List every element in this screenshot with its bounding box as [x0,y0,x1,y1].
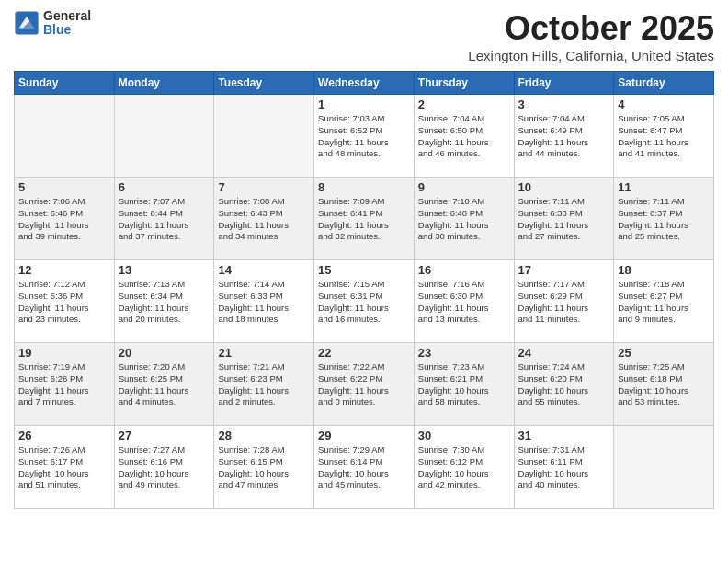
calendar-cell [614,426,714,509]
logo-icon [14,10,40,36]
calendar-cell: 10Sunrise: 7:11 AMSunset: 6:38 PMDayligh… [514,178,614,260]
day-number: 30 [418,429,510,442]
day-number: 24 [518,346,610,360]
day-number: 3 [518,98,610,111]
cell-content: Sunrise: 7:11 AMSunset: 6:38 PMDaylight:… [518,196,610,243]
calendar-cell: 18Sunrise: 7:18 AMSunset: 6:27 PMDayligh… [614,260,714,343]
calendar-cell: 7Sunrise: 7:08 AMSunset: 6:43 PMDaylight… [214,178,314,260]
calendar-cell: 23Sunrise: 7:23 AMSunset: 6:21 PMDayligh… [414,343,514,426]
day-number: 19 [18,346,110,360]
calendar-cell: 9Sunrise: 7:10 AMSunset: 6:40 PMDaylight… [414,178,514,260]
calendar-cell: 8Sunrise: 7:09 AMSunset: 6:41 PMDaylight… [314,178,415,260]
calendar-cell: 16Sunrise: 7:16 AMSunset: 6:30 PMDayligh… [414,260,514,343]
cell-content: Sunrise: 7:14 AMSunset: 6:33 PMDaylight:… [218,279,310,326]
calendar-cell: 29Sunrise: 7:29 AMSunset: 6:14 PMDayligh… [314,426,415,509]
day-number: 4 [618,98,710,111]
calendar-cell: 26Sunrise: 7:26 AMSunset: 6:17 PMDayligh… [15,426,115,509]
calendar-cell: 13Sunrise: 7:13 AMSunset: 6:34 PMDayligh… [114,260,214,343]
cell-content: Sunrise: 7:27 AMSunset: 6:16 PMDaylight:… [119,444,210,491]
title-block: October 2025 Lexington Hills, California… [468,9,714,63]
cell-content: Sunrise: 7:26 AMSunset: 6:17 PMDaylight:… [18,444,110,491]
day-number: 31 [518,429,610,442]
calendar-cell: 5Sunrise: 7:06 AMSunset: 6:46 PMDaylight… [15,178,115,260]
cell-content: Sunrise: 7:11 AMSunset: 6:37 PMDaylight:… [618,196,710,243]
cell-content: Sunrise: 7:19 AMSunset: 6:26 PMDaylight:… [18,362,110,408]
cell-content: Sunrise: 7:28 AMSunset: 6:15 PMDaylight:… [218,444,310,491]
logo-blue-text: Blue [43,23,91,37]
cell-content: Sunrise: 7:31 AMSunset: 6:11 PMDaylight:… [518,444,610,491]
calendar-cell: 22Sunrise: 7:22 AMSunset: 6:22 PMDayligh… [314,343,415,426]
cell-content: Sunrise: 7:03 AMSunset: 6:52 PMDaylight:… [318,113,410,160]
calendar-cell: 21Sunrise: 7:21 AMSunset: 6:23 PMDayligh… [214,343,314,426]
calendar-cell: 3Sunrise: 7:04 AMSunset: 6:49 PMDaylight… [514,95,614,178]
day-number: 22 [318,346,410,360]
day-number: 25 [618,346,710,360]
cell-content: Sunrise: 7:06 AMSunset: 6:46 PMDaylight:… [18,196,110,243]
day-number: 29 [318,429,410,442]
calendar-cell: 17Sunrise: 7:17 AMSunset: 6:29 PMDayligh… [514,260,614,343]
calendar-week-3: 12Sunrise: 7:12 AMSunset: 6:36 PMDayligh… [15,260,714,343]
calendar-cell: 19Sunrise: 7:19 AMSunset: 6:26 PMDayligh… [15,343,115,426]
calendar-cell: 12Sunrise: 7:12 AMSunset: 6:36 PMDayligh… [15,260,115,343]
calendar-cell: 4Sunrise: 7:05 AMSunset: 6:47 PMDaylight… [614,95,714,178]
cell-content: Sunrise: 7:08 AMSunset: 6:43 PMDaylight:… [218,196,310,243]
calendar-body: 1Sunrise: 7:03 AMSunset: 6:52 PMDaylight… [15,95,714,509]
header-day-wednesday: Wednesday [314,72,415,95]
cell-content: Sunrise: 7:18 AMSunset: 6:27 PMDaylight:… [618,279,710,326]
day-number: 2 [418,98,510,111]
calendar-cell: 11Sunrise: 7:11 AMSunset: 6:37 PMDayligh… [614,178,714,260]
calendar-header: SundayMondayTuesdayWednesdayThursdayFrid… [15,72,714,95]
day-number: 17 [518,263,610,277]
calendar-week-1: 1Sunrise: 7:03 AMSunset: 6:52 PMDaylight… [15,95,714,178]
day-number: 8 [318,180,410,194]
calendar-cell: 31Sunrise: 7:31 AMSunset: 6:11 PMDayligh… [514,426,614,509]
calendar-cell [15,95,115,178]
cell-content: Sunrise: 7:13 AMSunset: 6:34 PMDaylight:… [119,279,210,326]
day-number: 7 [218,180,310,194]
calendar-week-4: 19Sunrise: 7:19 AMSunset: 6:26 PMDayligh… [15,343,714,426]
logo: General Blue [14,9,91,38]
cell-content: Sunrise: 7:24 AMSunset: 6:20 PMDaylight:… [518,362,610,408]
cell-content: Sunrise: 7:25 AMSunset: 6:18 PMDaylight:… [618,362,710,408]
cell-content: Sunrise: 7:20 AMSunset: 6:25 PMDaylight:… [119,362,210,408]
location-title: Lexington Hills, California, United Stat… [468,48,714,63]
day-number: 18 [618,263,710,277]
day-number: 9 [418,180,510,194]
cell-content: Sunrise: 7:15 AMSunset: 6:31 PMDaylight:… [318,279,410,326]
cell-content: Sunrise: 7:04 AMSunset: 6:50 PMDaylight:… [418,113,510,160]
cell-content: Sunrise: 7:12 AMSunset: 6:36 PMDaylight:… [18,279,110,326]
logo-general-text: General [43,9,91,23]
day-number: 26 [18,429,110,442]
cell-content: Sunrise: 7:07 AMSunset: 6:44 PMDaylight:… [119,196,210,243]
cell-content: Sunrise: 7:04 AMSunset: 6:49 PMDaylight:… [518,113,610,160]
day-number: 27 [119,429,210,442]
cell-content: Sunrise: 7:30 AMSunset: 6:12 PMDaylight:… [418,444,510,491]
cell-content: Sunrise: 7:21 AMSunset: 6:23 PMDaylight:… [218,362,310,408]
calendar-week-2: 5Sunrise: 7:06 AMSunset: 6:46 PMDaylight… [15,178,714,260]
day-number: 5 [18,180,110,194]
cell-content: Sunrise: 7:17 AMSunset: 6:29 PMDaylight:… [518,279,610,326]
calendar-cell: 6Sunrise: 7:07 AMSunset: 6:44 PMDaylight… [114,178,214,260]
calendar-cell [114,95,214,178]
header-day-friday: Friday [514,72,614,95]
calendar-table: SundayMondayTuesdayWednesdayThursdayFrid… [14,71,714,509]
calendar-cell: 1Sunrise: 7:03 AMSunset: 6:52 PMDaylight… [314,95,415,178]
cell-content: Sunrise: 7:23 AMSunset: 6:21 PMDaylight:… [418,362,510,408]
calendar-week-5: 26Sunrise: 7:26 AMSunset: 6:17 PMDayligh… [15,426,714,509]
header-day-tuesday: Tuesday [214,72,314,95]
day-number: 16 [418,263,510,277]
cell-content: Sunrise: 7:22 AMSunset: 6:22 PMDaylight:… [318,362,410,408]
calendar-cell: 28Sunrise: 7:28 AMSunset: 6:15 PMDayligh… [214,426,314,509]
calendar-cell: 30Sunrise: 7:30 AMSunset: 6:12 PMDayligh… [414,426,514,509]
cell-content: Sunrise: 7:05 AMSunset: 6:47 PMDaylight:… [618,113,710,160]
calendar-cell: 15Sunrise: 7:15 AMSunset: 6:31 PMDayligh… [314,260,415,343]
day-number: 14 [218,263,310,277]
cell-content: Sunrise: 7:09 AMSunset: 6:41 PMDaylight:… [318,196,410,243]
day-number: 13 [119,263,210,277]
calendar-cell: 27Sunrise: 7:27 AMSunset: 6:16 PMDayligh… [114,426,214,509]
day-number: 20 [119,346,210,360]
calendar-cell: 2Sunrise: 7:04 AMSunset: 6:50 PMDaylight… [414,95,514,178]
cell-content: Sunrise: 7:10 AMSunset: 6:40 PMDaylight:… [418,196,510,243]
header-day-monday: Monday [114,72,214,95]
header-day-sunday: Sunday [15,72,115,95]
